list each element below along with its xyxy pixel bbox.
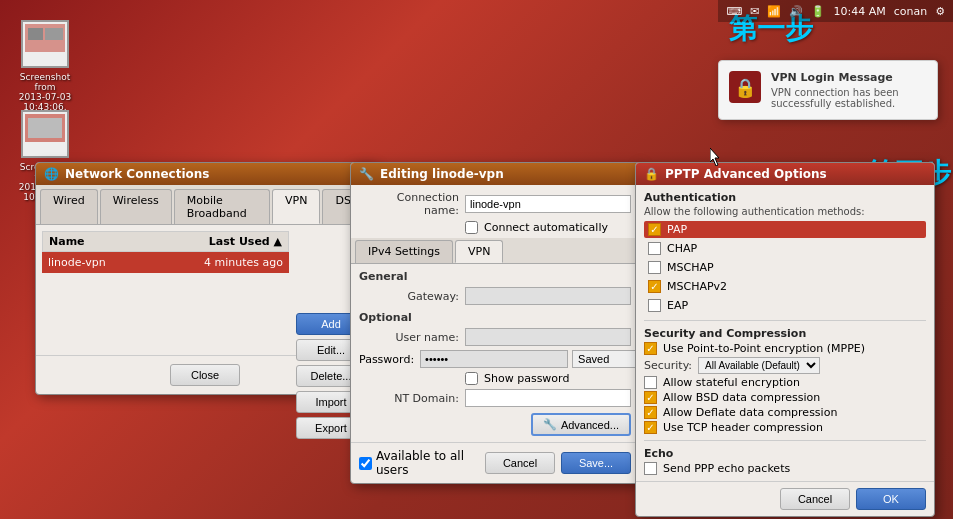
password-row: Password: Saved Always Ask bbox=[359, 350, 631, 368]
username-label: User name: bbox=[359, 331, 459, 344]
tab-wired[interactable]: Wired bbox=[40, 189, 98, 224]
auth-option-eap[interactable]: EAP bbox=[644, 297, 926, 314]
stateful-row: Allow stateful encryption bbox=[644, 376, 926, 389]
editing-save-button[interactable]: Save... bbox=[561, 452, 631, 474]
auth-option-chap[interactable]: CHAP bbox=[644, 240, 926, 257]
chap-label: CHAP bbox=[667, 242, 697, 255]
pptp-title: PPTP Advanced Options bbox=[665, 167, 827, 181]
send-ppp-row: Send PPP echo packets bbox=[644, 462, 926, 475]
editing-tab-bar: IPv4 Settings VPN bbox=[351, 238, 639, 264]
available-to-all-label: Available to all users bbox=[376, 449, 485, 477]
security-select[interactable]: All Available (Default) 40-bit 128-bit bbox=[698, 357, 820, 374]
nt-domain-row: NT Domain: bbox=[359, 389, 631, 407]
connection-name-input[interactable] bbox=[465, 195, 631, 213]
password-label: Password: bbox=[359, 353, 414, 366]
send-ppp-label: Send PPP echo packets bbox=[663, 462, 790, 475]
tab-vpn-edit[interactable]: VPN bbox=[455, 240, 503, 263]
stateful-label: Allow stateful encryption bbox=[663, 376, 800, 389]
mschap-label: MSCHAP bbox=[667, 261, 714, 274]
bsd-checkbox[interactable] bbox=[644, 391, 657, 404]
chap-checkbox[interactable] bbox=[648, 242, 661, 255]
svg-rect-3 bbox=[45, 28, 63, 40]
pptp-security-section: Security and Compression bbox=[644, 327, 926, 340]
desktop-icon-screenshot1[interactable]: Screenshot from2013-07-03 10:43:06.png bbox=[10, 20, 80, 122]
editing-window: 🔧 Editing linode-vpn Connection name: Co… bbox=[350, 162, 640, 484]
tab-mobile-broadband[interactable]: Mobile Broadband bbox=[174, 189, 270, 224]
taskbar-icon-network[interactable]: 📶 bbox=[767, 5, 781, 18]
network-connections-title: Network Connections bbox=[65, 167, 210, 181]
tab-ipv4[interactable]: IPv4 Settings bbox=[355, 240, 453, 263]
nt-domain-input[interactable] bbox=[465, 389, 631, 407]
auth-option-mschap[interactable]: MSCHAP bbox=[644, 259, 926, 276]
mschapv2-checkbox[interactable] bbox=[648, 280, 661, 293]
tab-wireless[interactable]: Wireless bbox=[100, 189, 172, 224]
taskbar-icon-battery[interactable]: 🔋 bbox=[811, 5, 825, 18]
editing-cancel-button[interactable]: Cancel bbox=[485, 452, 555, 474]
use-mppe-checkbox[interactable] bbox=[644, 342, 657, 355]
pptp-footer: Cancel OK bbox=[636, 481, 934, 516]
gateway-input[interactable] bbox=[465, 287, 631, 305]
network-connections-window: 🌐 Network Connections Wired Wireless Mob… bbox=[35, 162, 375, 395]
gateway-row: Gateway: bbox=[359, 287, 631, 305]
col-last-used: Last Used ▲ bbox=[209, 235, 282, 248]
close-button[interactable]: Close bbox=[170, 364, 240, 386]
editing-titlebar: 🔧 Editing linode-vpn bbox=[351, 163, 639, 185]
bsd-label: Allow BSD data compression bbox=[663, 391, 820, 404]
send-ppp-checkbox[interactable] bbox=[644, 462, 657, 475]
use-mppe-label: Use Point-to-Point encryption (MPPE) bbox=[663, 342, 865, 355]
auth-option-pap[interactable]: PAP bbox=[644, 221, 926, 238]
general-section-label: General bbox=[359, 270, 631, 283]
connection-name-row: Connection name: bbox=[359, 191, 631, 217]
icon-thumb-screenshot2 bbox=[21, 110, 69, 158]
connect-auto-label: Connect automatically bbox=[484, 221, 608, 234]
svg-rect-6 bbox=[28, 118, 62, 138]
pap-checkbox[interactable] bbox=[648, 223, 661, 236]
username-input[interactable] bbox=[465, 328, 631, 346]
taskbar-icon-settings[interactable]: ⚙ bbox=[935, 5, 945, 18]
editing-title: Editing linode-vpn bbox=[380, 167, 504, 181]
pptp-echo-section: Echo bbox=[644, 447, 926, 460]
password-input[interactable] bbox=[420, 350, 568, 368]
taskbar-icon-kbd[interactable]: ⌨ bbox=[726, 5, 742, 18]
gateway-label: Gateway: bbox=[359, 290, 459, 303]
eap-checkbox[interactable] bbox=[648, 299, 661, 312]
notification-content: VPN Login Message VPN connection has bee… bbox=[771, 71, 927, 109]
connection-row-linode-vpn[interactable]: linode-vpn 4 minutes ago bbox=[42, 252, 289, 273]
connection-last-used: 4 minutes ago bbox=[204, 256, 283, 269]
username-row: User name: bbox=[359, 328, 631, 346]
auth-option-mschapv2[interactable]: MSCHAPv2 bbox=[644, 278, 926, 295]
mschap-checkbox[interactable] bbox=[648, 261, 661, 274]
available-to-all-checkbox[interactable] bbox=[359, 457, 372, 470]
connection-name: linode-vpn bbox=[48, 256, 106, 269]
pptp-title-icon: 🔒 bbox=[644, 167, 659, 181]
mschapv2-label: MSCHAPv2 bbox=[667, 280, 727, 293]
taskbar-user[interactable]: conan bbox=[894, 5, 927, 18]
col-name: Name bbox=[49, 235, 85, 248]
taskbar-icon-volume[interactable]: 🔊 bbox=[789, 5, 803, 18]
auth-options: PAP CHAP MSCHAP MSCHAPv2 EAP bbox=[644, 221, 926, 314]
tcp-row: Use TCP header compression bbox=[644, 421, 926, 434]
taskbar-time: 10:44 AM bbox=[833, 5, 885, 18]
taskbar-icon-mail[interactable]: ✉ bbox=[750, 5, 759, 18]
show-password-checkbox[interactable] bbox=[465, 372, 478, 385]
bsd-row: Allow BSD data compression bbox=[644, 391, 926, 404]
tcp-checkbox[interactable] bbox=[644, 421, 657, 434]
eap-label: EAP bbox=[667, 299, 688, 312]
deflate-checkbox[interactable] bbox=[644, 406, 657, 419]
network-connections-titlebar: 🌐 Network Connections bbox=[36, 163, 374, 185]
advanced-button[interactable]: 🔧 Advanced... bbox=[531, 413, 631, 436]
editing-action-buttons: Cancel Save... bbox=[485, 452, 631, 474]
notification-title: VPN Login Message bbox=[771, 71, 927, 84]
security-row: Security: All Available (Default) 40-bit… bbox=[644, 357, 926, 374]
pptp-cancel-button[interactable]: Cancel bbox=[780, 488, 850, 510]
pptp-ok-button[interactable]: OK bbox=[856, 488, 926, 510]
editing-footer: Available to all users Cancel Save... bbox=[351, 442, 639, 483]
svg-rect-2 bbox=[28, 28, 43, 40]
pptp-divider2 bbox=[644, 440, 926, 441]
deflate-label: Allow Deflate data compression bbox=[663, 406, 837, 419]
pptp-divider bbox=[644, 320, 926, 321]
connect-auto-checkbox[interactable] bbox=[465, 221, 478, 234]
tab-vpn[interactable]: VPN bbox=[272, 189, 320, 224]
connections-table: Name Last Used ▲ linode-vpn 4 minutes ag… bbox=[42, 231, 289, 273]
stateful-checkbox[interactable] bbox=[644, 376, 657, 389]
